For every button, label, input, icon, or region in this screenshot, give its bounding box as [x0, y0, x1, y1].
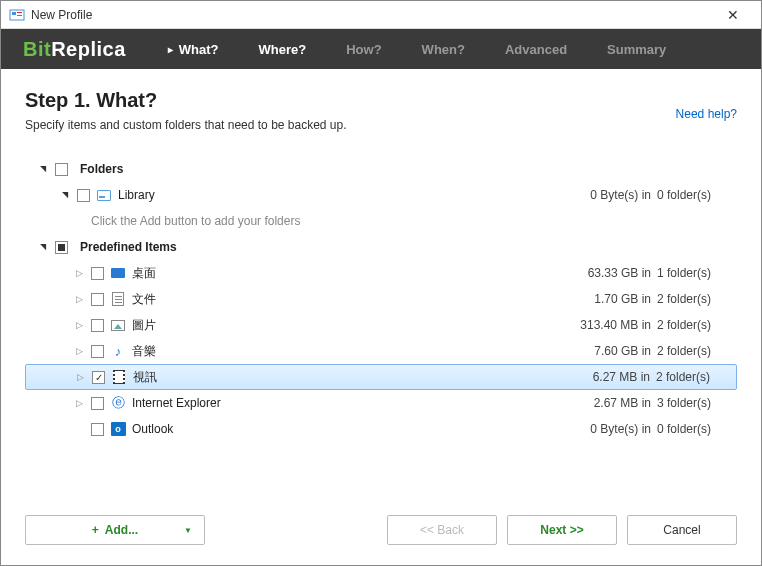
item-checkbox[interactable] [91, 423, 104, 436]
expand-icon[interactable] [73, 268, 85, 278]
item-label: 文件 [132, 291, 156, 308]
item-pictures[interactable]: 圖片 313.40 MB in 2 folder(s) [25, 312, 737, 338]
step-subtitle: Specify items and custom folders that ne… [25, 118, 347, 132]
item-outlook[interactable]: o Outlook 0 Byte(s) in 0 folder(s) [25, 416, 737, 442]
item-internet-explorer[interactable]: ⓔ Internet Explorer 2.67 MB in 3 folder(… [25, 390, 737, 416]
app-icon [9, 7, 25, 23]
item-size: 1.70 GB in [577, 292, 657, 306]
item-label: Internet Explorer [132, 396, 221, 410]
predefined-section-row[interactable]: Predefined Items [25, 234, 737, 260]
item-video[interactable]: 視訊 6.27 MB in 2 folder(s) [25, 364, 737, 390]
step-title: Step 1. What? [25, 89, 347, 112]
item-folders: 2 folder(s) [657, 318, 727, 332]
content-area: Step 1. What? Specify items and custom f… [1, 69, 761, 503]
tab-when[interactable]: When? [402, 29, 485, 69]
help-link[interactable]: Need help? [676, 107, 737, 121]
item-folders: 1 folder(s) [657, 266, 727, 280]
next-button[interactable]: Next >> [507, 515, 617, 545]
svg-rect-1 [12, 12, 16, 15]
item-size: 313.40 MB in [577, 318, 657, 332]
tab-what[interactable]: What? [148, 29, 239, 69]
item-music[interactable]: ♪ 音樂 7.60 GB in 2 folder(s) [25, 338, 737, 364]
predefined-checkbox[interactable] [55, 241, 68, 254]
library-folders: 0 folder(s) [657, 188, 727, 202]
desktop-icon [110, 265, 126, 281]
predefined-section-label: Predefined Items [80, 240, 177, 254]
back-button[interactable]: << Back [387, 515, 497, 545]
tab-how[interactable]: How? [326, 29, 401, 69]
footer-buttons: + Add... ▼ << Back Next >> Cancel [1, 503, 761, 565]
item-checkbox[interactable] [92, 371, 105, 384]
new-profile-window: New Profile ✕ BitReplica What? Where? Ho… [0, 0, 762, 566]
item-documents[interactable]: 文件 1.70 GB in 2 folder(s) [25, 286, 737, 312]
folders-section-row[interactable]: Folders [25, 156, 737, 182]
items-tree: Folders Library 0 Byte(s) in 0 folder(s)… [25, 156, 737, 489]
expand-icon[interactable] [59, 190, 71, 200]
item-checkbox[interactable] [91, 319, 104, 332]
item-size: 0 Byte(s) in [577, 422, 657, 436]
brand-logo: BitReplica [1, 38, 148, 61]
library-icon [96, 187, 112, 203]
add-button-label: Add... [105, 523, 138, 537]
tab-where[interactable]: Where? [239, 29, 327, 69]
item-checkbox[interactable] [91, 345, 104, 358]
item-size: 2.67 MB in [577, 396, 657, 410]
expand-icon[interactable] [73, 320, 85, 330]
expand-icon[interactable] [74, 372, 86, 382]
expand-icon[interactable] [73, 398, 85, 408]
item-folders: 3 folder(s) [657, 396, 727, 410]
music-icon: ♪ [110, 343, 126, 359]
titlebar: New Profile ✕ [1, 1, 761, 29]
item-folders: 2 folder(s) [657, 344, 727, 358]
add-button[interactable]: + Add... ▼ [25, 515, 205, 545]
item-checkbox[interactable] [91, 397, 104, 410]
item-size: 63.33 GB in [577, 266, 657, 280]
cancel-button[interactable]: Cancel [627, 515, 737, 545]
chevron-down-icon: ▼ [184, 526, 192, 535]
add-hint-row: Click the Add button to add your folders [25, 208, 737, 234]
close-button[interactable]: ✕ [713, 1, 753, 29]
picture-icon [110, 317, 126, 333]
item-checkbox[interactable] [91, 267, 104, 280]
item-checkbox[interactable] [91, 293, 104, 306]
svg-rect-3 [17, 15, 22, 16]
plus-icon: + [92, 523, 99, 537]
expand-icon[interactable] [73, 346, 85, 356]
library-size: 0 Byte(s) in [577, 188, 657, 202]
add-hint-text: Click the Add button to add your folders [91, 214, 300, 228]
item-label: Outlook [132, 422, 173, 436]
document-icon [110, 291, 126, 307]
expand-icon[interactable] [73, 294, 85, 304]
item-size: 6.27 MB in [576, 370, 656, 384]
library-checkbox[interactable] [77, 189, 90, 202]
video-icon [111, 369, 127, 385]
item-size: 7.60 GB in [577, 344, 657, 358]
item-desktop[interactable]: 桌面 63.33 GB in 1 folder(s) [25, 260, 737, 286]
svg-rect-2 [17, 12, 22, 13]
library-label: Library [118, 188, 155, 202]
tab-summary[interactable]: Summary [587, 29, 686, 69]
ie-icon: ⓔ [110, 395, 126, 411]
item-label: 圖片 [132, 317, 156, 334]
folders-section-label: Folders [80, 162, 123, 176]
step-header: Step 1. What? Specify items and custom f… [25, 89, 737, 132]
folders-checkbox[interactable] [55, 163, 68, 176]
item-label: 桌面 [132, 265, 156, 282]
wizard-tabs: BitReplica What? Where? How? When? Advan… [1, 29, 761, 69]
expand-icon[interactable] [37, 164, 49, 174]
tab-advanced[interactable]: Advanced [485, 29, 587, 69]
window-title: New Profile [31, 8, 713, 22]
library-row[interactable]: Library 0 Byte(s) in 0 folder(s) [25, 182, 737, 208]
item-folders: 2 folder(s) [657, 292, 727, 306]
expand-icon[interactable] [37, 242, 49, 252]
item-folders: 0 folder(s) [657, 422, 727, 436]
outlook-icon: o [110, 421, 126, 437]
item-label: 視訊 [133, 369, 157, 386]
item-folders: 2 folder(s) [656, 370, 726, 384]
tab-list: What? Where? How? When? Advanced Summary [148, 29, 687, 69]
item-label: 音樂 [132, 343, 156, 360]
